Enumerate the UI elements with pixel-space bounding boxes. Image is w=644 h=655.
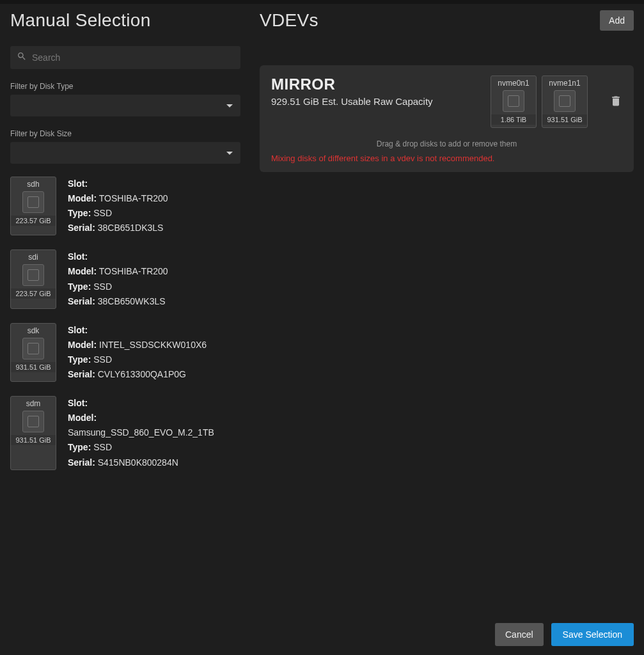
disk-row: sdk 931.51 GiB Slot: Model: INTEL_SSDSCK… — [10, 323, 240, 382]
disk-size: 931.51 GiB — [11, 362, 56, 372]
disk-row: sdi 223.57 GiB Slot: Model: TOSHIBA-TR20… — [10, 249, 240, 308]
vdevs-title: VDEVs — [260, 10, 318, 31]
manual-selection-title: Manual Selection — [10, 10, 240, 31]
disk-dev-name: nvme1n1 — [542, 79, 587, 88]
disk-info: Slot: Model: TOSHIBA-TR200 Type: SSD Ser… — [68, 249, 168, 308]
disk-info: Slot: Model: TOSHIBA-TR200 Type: SSD Ser… — [68, 177, 168, 235]
cancel-button[interactable]: Cancel — [495, 623, 544, 646]
filter-disk-size-label: Filter by Disk Size — [10, 129, 240, 138]
search-input[interactable] — [32, 52, 234, 63]
chevron-down-icon — [226, 104, 233, 107]
search-icon — [17, 51, 32, 64]
disk-dev-name: sdh — [11, 180, 56, 189]
disk-icon — [22, 411, 44, 432]
chevron-down-icon — [226, 152, 233, 155]
disk-icon — [503, 90, 524, 112]
filter-disk-type-label: Filter by Disk Type — [10, 82, 240, 91]
disk-size: 223.57 GiB — [11, 288, 56, 299]
disk-icon — [22, 264, 44, 286]
disk-tile[interactable]: sdm 931.51 GiB — [10, 396, 56, 470]
disk-dev-name: sdi — [11, 253, 56, 262]
disk-dev-name: sdm — [11, 399, 56, 408]
vdev-name: MIRROR — [271, 75, 482, 93]
trash-icon — [609, 99, 622, 109]
disk-row: sdm 931.51 GiB Slot: Model: Samsung_SSD_… — [10, 396, 240, 470]
add-vdev-button[interactable]: Add — [600, 10, 634, 31]
filter-disk-size-select[interactable] — [10, 142, 240, 164]
disk-icon — [22, 338, 44, 359]
disk-dev-name: sdk — [11, 326, 56, 335]
vdev-warning: Mixing disks of different sizes in a vde… — [271, 154, 622, 163]
save-selection-button[interactable]: Save Selection — [551, 623, 634, 646]
disk-size: 1.86 TiB — [491, 114, 536, 125]
disk-tile[interactable]: sdk 931.51 GiB — [10, 323, 56, 382]
disk-dev-name: nvme0n1 — [491, 79, 536, 88]
disk-size: 223.57 GiB — [11, 216, 56, 226]
vdev-disk-tile[interactable]: nvme1n1 931.51 GiB — [542, 75, 588, 128]
filter-disk-type-select[interactable] — [10, 95, 240, 116]
delete-vdev-button[interactable] — [609, 95, 622, 110]
disk-icon — [554, 90, 576, 112]
vdev-hint: Drag & drop disks to add or remove them — [271, 139, 622, 148]
disk-tile[interactable]: sdh 223.57 GiB — [10, 177, 56, 235]
vdev-disk-tile[interactable]: nvme0n1 1.86 TiB — [491, 75, 537, 128]
disk-row: sdh 223.57 GiB Slot: Model: TOSHIBA-TR20… — [10, 177, 240, 235]
disk-size: 931.51 GiB — [542, 114, 587, 125]
disk-info: Slot: Model: INTEL_SSDSCKKW010X6 Type: S… — [68, 323, 207, 382]
disk-icon — [22, 191, 44, 213]
disk-size: 931.51 GiB — [11, 435, 56, 445]
search-input-wrap[interactable] — [10, 46, 240, 69]
vdev-card: MIRROR 929.51 GiB Est. Usable Raw Capaci… — [260, 65, 634, 172]
disk-info: Slot: Model: Samsung_SSD_860_EVO_M.2_1TB… — [68, 396, 240, 470]
vdev-capacity: 929.51 GiB Est. Usable Raw Capacity — [271, 96, 482, 107]
disk-tile[interactable]: sdi 223.57 GiB — [10, 249, 56, 308]
